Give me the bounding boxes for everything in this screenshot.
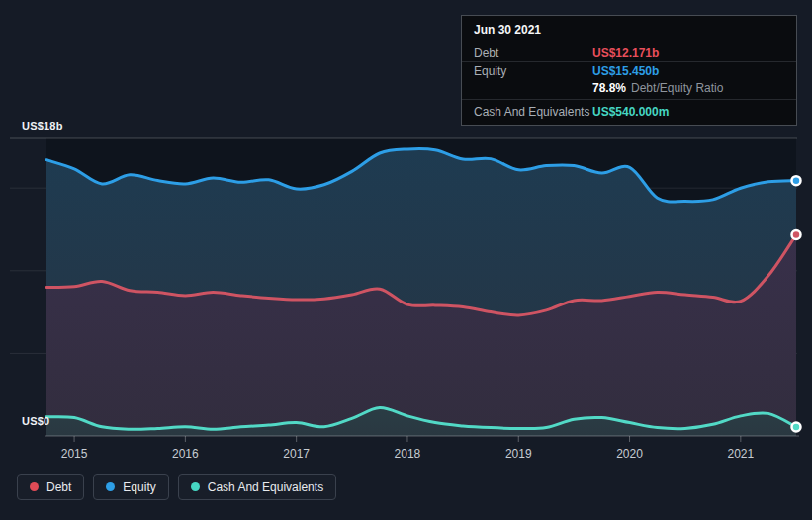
tooltip-equity-row: Equity US$15.450b [462,62,796,79]
debt-series-dot [30,482,39,491]
x-axis-label-2020: 2020 [600,447,660,461]
tooltip-debt-value: US$12.171b [592,46,659,60]
y-axis-zero-label: US$0 [22,415,49,427]
tooltip-equity-value: US$15.450b [592,64,659,78]
tooltip-ratio-label: Debt/Equity Ratio [631,81,723,95]
debt-equity-history-page: { "colors": { "page_bg": "#151b26", "plo… [0,0,812,520]
legend-item-cash-label: Cash And Equivalents [208,480,323,494]
chart-legend: Debt Equity Cash And Equivalents [17,474,336,500]
legend-item-equity-label: Equity [123,480,155,494]
tooltip-ratio: 78.8%Debt/Equity Ratio [592,81,723,95]
legend-item-cash[interactable]: Cash And Equivalents [178,474,336,500]
cash-series-dot [191,482,200,491]
legend-item-equity[interactable]: Equity [93,474,168,500]
tooltip-equity-label: Equity [474,64,592,78]
equity-endpoint-dot [792,176,801,185]
x-axis-label-2015: 2015 [45,447,104,461]
tooltip-cash-label: Cash And Equivalents [474,105,592,119]
chart-tooltip: Jun 30 2021 Debt US$12.171b Equity US$15… [461,15,797,126]
tooltip-ratio-row: 78.8%Debt/Equity Ratio [462,79,796,100]
legend-item-debt-label: Debt [46,480,71,494]
x-axis-label-2016: 2016 [155,447,215,461]
y-axis-max-label: US$18b [22,120,63,131]
legend-item-debt[interactable]: Debt [17,474,84,500]
cash-and-equivalents-endpoint-dot [792,422,801,431]
tooltip-debt-label: Debt [474,46,592,60]
x-axis-label-2017: 2017 [267,447,326,461]
tooltip-debt-row: Debt US$12.171b [462,43,796,62]
equity-series-dot [106,482,115,491]
x-axis-label-2019: 2019 [489,447,548,461]
x-axis-label-2018: 2018 [378,447,437,461]
x-axis-label-2021: 2021 [711,447,770,461]
tooltip-date: Jun 30 2021 [462,16,796,43]
debt-endpoint-dot [792,230,801,239]
tooltip-cash-row: Cash And Equivalents US$540.000m [462,100,796,125]
tooltip-ratio-value: 78.8% [592,81,626,95]
tooltip-cash-value: US$540.000m [592,105,669,119]
